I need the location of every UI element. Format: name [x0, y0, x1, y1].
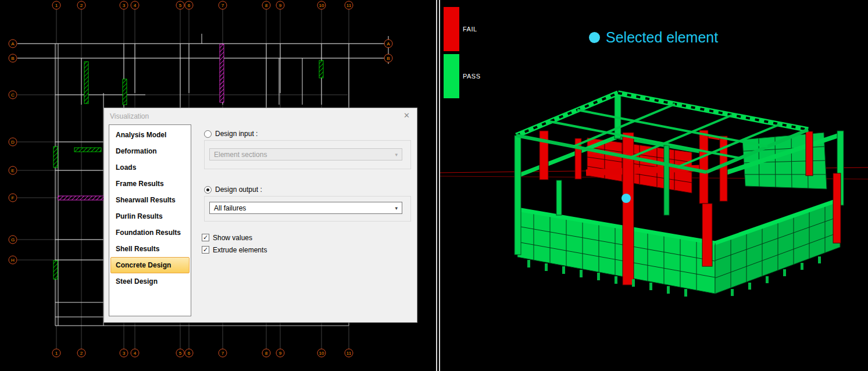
- checkbox-icon[interactable]: ✓: [202, 234, 209, 241]
- design-input-dropdown[interactable]: Element sections ▾: [209, 148, 402, 160]
- design-output-label: Design output :: [215, 186, 262, 194]
- visualization-dialog: Visualization ✕ Analysis ModelDeformatio…: [103, 108, 417, 323]
- svg-text:B: B: [387, 56, 390, 61]
- svg-text:2: 2: [80, 3, 83, 8]
- svg-text:1: 1: [55, 3, 58, 8]
- svg-text:H: H: [11, 258, 15, 263]
- svg-text:6: 6: [188, 351, 191, 356]
- close-icon[interactable]: ✕: [403, 112, 410, 119]
- svg-text:8: 8: [265, 3, 268, 8]
- design-output-value: All failures: [214, 204, 246, 212]
- chevron-down-icon: ▾: [395, 205, 398, 211]
- svg-text:G: G: [11, 237, 15, 242]
- selected-element-marker[interactable]: [621, 194, 631, 203]
- visualization-category-list: Analysis ModelDeformationLoadsFrame Resu…: [109, 124, 191, 316]
- checkbox-row-show-values[interactable]: ✓Show values: [202, 231, 267, 244]
- design-input-value: Element sections: [214, 151, 267, 159]
- list-item-steel-design[interactable]: Steel Design: [110, 273, 190, 290]
- svg-text:10: 10: [319, 351, 324, 356]
- pass-fail-legend: FAILPASS: [444, 7, 481, 98]
- svg-text:D: D: [11, 140, 15, 145]
- design-output-dropdown[interactable]: All failures ▾: [209, 202, 402, 214]
- chevron-down-icon: ▾: [395, 152, 398, 158]
- legend-label: FAIL: [463, 26, 477, 33]
- lower-wall-right: [715, 201, 840, 294]
- svg-text:A: A: [11, 41, 15, 47]
- svg-text:2: 2: [80, 351, 83, 356]
- svg-text:9: 9: [279, 351, 282, 356]
- svg-text:B: B: [11, 56, 14, 61]
- svg-text:C: C: [11, 92, 15, 98]
- fail-color-swatch: [444, 7, 459, 51]
- checkbox-label: Extrude elements: [213, 246, 267, 254]
- list-item-frame-results[interactable]: Frame Results: [110, 176, 190, 192]
- svg-text:F: F: [12, 195, 15, 201]
- design-output-frame: All failures ▾: [204, 196, 411, 222]
- legend-label: PASS: [463, 73, 481, 80]
- dialog-options-pane: Design input : Element sections ▾ Design…: [197, 123, 417, 322]
- design-output-radio[interactable]: [204, 186, 212, 194]
- list-item-shell-results[interactable]: Shell Results: [110, 241, 190, 257]
- svg-text:8: 8: [265, 351, 268, 356]
- legend-item-pass: PASS: [444, 54, 481, 98]
- svg-text:3: 3: [123, 351, 126, 356]
- svg-text:5: 5: [179, 351, 182, 356]
- svg-text:5: 5: [179, 3, 182, 8]
- selected-element-indicator: Selected element: [589, 29, 718, 46]
- dialog-titlebar[interactable]: Visualization ✕: [104, 108, 417, 123]
- design-output-group: Design output : All failures ▾: [204, 185, 411, 222]
- list-item-purlin-results[interactable]: Purlin Results: [110, 208, 190, 224]
- svg-text:11: 11: [347, 3, 352, 8]
- model-3d-viewport[interactable]: FAILPASS Selected element: [440, 0, 868, 371]
- svg-text:1: 1: [55, 351, 58, 356]
- legend-item-fail: FAIL: [444, 7, 481, 51]
- list-item-shearwall-results[interactable]: Shearwall Results: [110, 192, 190, 208]
- svg-text:6: 6: [188, 3, 191, 8]
- svg-text:11: 11: [347, 351, 352, 356]
- selected-element-dot-icon: [589, 32, 600, 43]
- dialog-title: Visualization: [110, 112, 149, 120]
- dialog-body: Analysis ModelDeformationLoadsFrame Resu…: [104, 123, 417, 322]
- list-item-foundation-results[interactable]: Foundation Results: [110, 224, 190, 241]
- list-item-loads[interactable]: Loads: [110, 159, 190, 176]
- svg-text:4: 4: [134, 351, 137, 356]
- design-input-frame: Element sections ▾: [204, 140, 411, 169]
- app-window: 11223344556677889910101111ABCDEFGHAB: [0, 0, 868, 371]
- svg-text:10: 10: [319, 3, 324, 8]
- checkbox-icon[interactable]: ✓: [202, 246, 209, 254]
- structural-model-3d: [440, 0, 868, 371]
- design-input-label: Design input :: [215, 130, 258, 138]
- list-item-analysis-model[interactable]: Analysis Model: [110, 127, 190, 143]
- svg-text:E: E: [11, 168, 14, 173]
- selected-element-label: Selected element: [606, 29, 718, 46]
- list-item-deformation[interactable]: Deformation: [110, 143, 190, 159]
- pass-color-swatch: [444, 54, 459, 98]
- checkbox-label: Show values: [213, 234, 252, 242]
- svg-text:9: 9: [279, 3, 282, 8]
- svg-text:3: 3: [123, 3, 126, 8]
- dialog-checkboxes: ✓Show values✓Extrude elements: [202, 231, 267, 256]
- svg-text:A: A: [387, 41, 390, 47]
- svg-text:7: 7: [222, 351, 224, 356]
- list-item-concrete-design[interactable]: Concrete Design: [110, 257, 190, 273]
- design-input-group: Design input : Element sections ▾: [204, 129, 411, 169]
- checkbox-row-extrude-elements[interactable]: ✓Extrude elements: [202, 244, 267, 256]
- panel-splitter[interactable]: [436, 0, 440, 371]
- design-input-radio[interactable]: [204, 130, 212, 138]
- svg-text:7: 7: [222, 3, 224, 8]
- svg-text:4: 4: [134, 3, 137, 8]
